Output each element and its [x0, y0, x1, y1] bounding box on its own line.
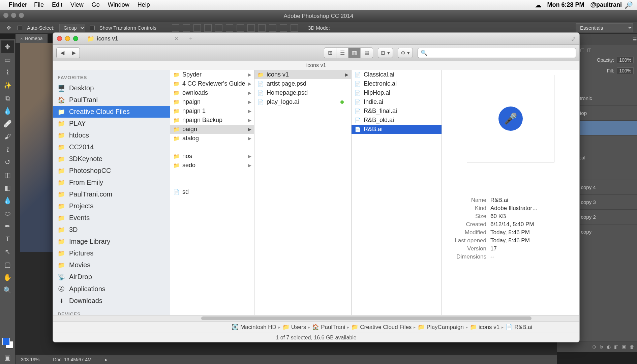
column-item[interactable]: 📁icons v1▶: [254, 70, 351, 79]
auto-select-checkbox[interactable]: [18, 26, 22, 30]
column-item[interactable]: 📁npaign Backup▶: [170, 116, 254, 125]
hand-tool[interactable]: ✋: [1, 271, 14, 284]
menu-file[interactable]: File: [34, 1, 44, 8]
sidebar-item[interactable]: 📁Pictures: [53, 247, 170, 259]
forward-button[interactable]: ▶: [68, 48, 80, 58]
stamp-tool[interactable]: ⟟: [1, 143, 14, 156]
status-arrow-icon[interactable]: ▸: [105, 357, 108, 362]
sidebar-item[interactable]: 📁Movies: [53, 259, 170, 271]
sidebar-item[interactable]: 📁PLAY: [53, 118, 170, 129]
ps-traffic-lights[interactable]: [3, 13, 24, 18]
history-brush-tool[interactable]: ↺: [1, 156, 14, 169]
column-item[interactable]: 📄R&B_old.ai: [352, 116, 442, 125]
path-crumb[interactable]: 📁Creative Cloud Files: [351, 324, 412, 331]
column-item[interactable]: 📁npaign▶: [170, 97, 254, 107]
menu-window[interactable]: Window: [108, 1, 129, 8]
brush-tool[interactable]: 🖌: [1, 130, 14, 143]
close-icon[interactable]: ×: [20, 36, 23, 41]
type-tool[interactable]: T: [1, 233, 14, 245]
panel-menu-icon[interactable]: ☰: [633, 37, 637, 42]
column-item[interactable]: 📁4 CC Reviewer's Guide▶: [170, 79, 254, 88]
column-item[interactable]: 📁atalog▶: [170, 134, 254, 143]
sidebar-item[interactable]: 📁Projects: [53, 200, 170, 212]
menu-help[interactable]: Help: [138, 1, 150, 8]
sidebar-item[interactable]: 📁3D: [53, 224, 170, 236]
menu-go[interactable]: Go: [92, 1, 100, 8]
column-item[interactable]: 📁ownloads▶: [170, 88, 254, 97]
spotlight-icon[interactable]: 🔎: [625, 1, 633, 9]
sidebar-item[interactable]: 📁3DKeynote: [53, 153, 170, 165]
column-item[interactable]: 📄R&B.ai: [352, 125, 442, 134]
column-item[interactable]: 📁Spyder▶: [170, 70, 254, 79]
zoom-tool[interactable]: 🔍: [1, 284, 14, 297]
align-icons-group[interactable]: [172, 24, 298, 32]
sidebar-item[interactable]: 📁Events: [53, 212, 170, 224]
finder-column-3[interactable]: 📄Classical.ai📄Electronic.ai📄HipHop.ai📄In…: [352, 70, 442, 315]
sidebar-item[interactable]: 📁From Emily: [53, 177, 170, 188]
sidebar-item[interactable]: 📁Image Library: [53, 236, 170, 247]
column-item[interactable]: 📁sedo▶: [170, 161, 254, 170]
column-item[interactable]: [170, 179, 254, 187]
doc-tab[interactable]: ×Homepa: [16, 34, 48, 43]
column-item[interactable]: 📁npaign 1▶: [170, 107, 254, 116]
finder-tab[interactable]: 📁 icons v1 ×: [87, 35, 178, 42]
column-item[interactable]: 📁nos▶: [170, 152, 254, 161]
sidebar-item[interactable]: 📁htdocs: [53, 129, 170, 141]
menu-edit[interactable]: Edit: [52, 1, 62, 8]
menubar-clock[interactable]: Mon 6:28 PM: [547, 1, 584, 8]
column-item[interactable]: 📄play_logo.ai: [254, 97, 351, 107]
sidebar-item[interactable]: ⬇Downloads: [53, 295, 170, 307]
screen-mode-tool[interactable]: ▣: [1, 351, 14, 364]
dodge-tool[interactable]: ⬭: [1, 207, 14, 220]
layers-footer[interactable]: ⊙fx◐◧▣🗑: [557, 341, 637, 352]
wand-tool[interactable]: ✨: [1, 79, 14, 92]
auto-select-mode[interactable]: Group: [59, 24, 85, 32]
finder-path-bar[interactable]: 💽Macintosh HD▸📁Users▸🏠PaulTrani▸📁Creativ…: [53, 321, 579, 333]
eyedropper-tool[interactable]: 💧: [1, 104, 14, 117]
sidebar-item[interactable]: 📁CC2014: [53, 141, 170, 153]
healing-tool[interactable]: 🩹: [1, 117, 14, 130]
column-item[interactable]: 📄Classical.ai: [352, 70, 442, 79]
path-crumb[interactable]: 💽Macintosh HD: [232, 324, 276, 331]
list-view-button[interactable]: ☰: [336, 48, 348, 58]
lasso-tool[interactable]: ⌇: [1, 66, 14, 79]
crop-tool[interactable]: ⧉: [1, 92, 14, 104]
fullscreen-icon[interactable]: ⤢: [571, 35, 576, 43]
path-crumb[interactable]: 📁PlayCampaign: [418, 324, 464, 331]
column-item[interactable]: [170, 143, 254, 152]
blur-tool[interactable]: 💧: [1, 194, 14, 207]
finder-column-1[interactable]: 📁Spyder▶📁4 CC Reviewer's Guide▶📁ownloads…: [170, 70, 254, 315]
menubar-user[interactable]: @paultrani: [590, 1, 622, 8]
column-view-button[interactable]: ▥: [348, 48, 361, 58]
column-item[interactable]: 📄Homepage.psd: [254, 88, 351, 97]
gradient-tool[interactable]: ◧: [1, 181, 14, 194]
new-tab-button[interactable]: ＋: [188, 35, 193, 42]
column-item[interactable]: 📄Indie.ai: [352, 97, 442, 107]
shape-tool[interactable]: ▢: [1, 258, 14, 271]
column-item[interactable]: [170, 170, 254, 179]
eraser-tool[interactable]: ◫: [1, 169, 14, 181]
show-transform-checkbox[interactable]: [90, 26, 95, 30]
coverflow-view-button[interactable]: ▤: [361, 48, 373, 58]
finder-column-2[interactable]: 📁icons v1▶📄artist page.psd📄Homepage.psd📄…: [254, 70, 352, 315]
fill-value[interactable]: 100%: [617, 67, 634, 74]
path-crumb[interactable]: 📄R&B.ai: [506, 324, 532, 331]
arrange-dropdown[interactable]: ⊞▾: [378, 48, 393, 58]
column-item[interactable]: 📄HipHop.ai: [352, 88, 442, 97]
opacity-value[interactable]: 100%: [617, 57, 634, 63]
move-tool[interactable]: ✥: [1, 40, 14, 53]
column-item[interactable]: 📄R&B_final.ai: [352, 107, 442, 116]
column-item[interactable]: 📄artist page.psd: [254, 79, 351, 88]
sidebar-item[interactable]: ⒶApplications: [53, 283, 170, 295]
zoom-level[interactable]: 303.19%: [21, 357, 39, 362]
sidebar-item[interactable]: 🖥️Desktop: [53, 82, 170, 94]
doc-size[interactable]: Doc: 13.4M/67.4M: [53, 357, 91, 362]
finder-traffic-lights[interactable]: [57, 36, 78, 41]
back-button[interactable]: ◀: [57, 48, 68, 58]
sidebar-item[interactable]: 📡AirDrop: [53, 271, 170, 283]
finder-search[interactable]: 🔍: [418, 48, 576, 58]
close-tab-icon[interactable]: ×: [175, 35, 178, 42]
menubar-app[interactable]: Finder: [9, 1, 27, 8]
path-tool[interactable]: ↖: [1, 245, 14, 258]
menu-view[interactable]: View: [70, 1, 84, 8]
